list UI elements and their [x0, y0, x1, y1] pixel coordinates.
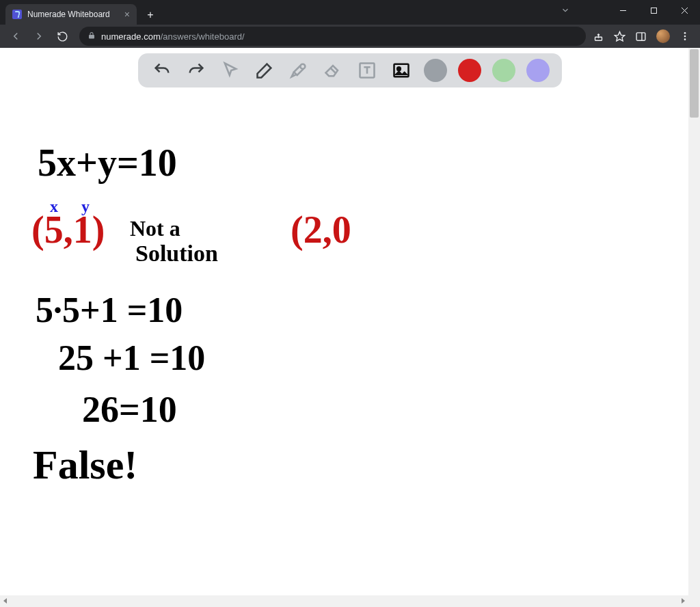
menu-icon[interactable] — [679, 31, 690, 42]
image-tool[interactable] — [390, 59, 413, 82]
back-button[interactable] — [5, 26, 26, 46]
share-icon[interactable] — [593, 31, 604, 42]
new-tab-button[interactable]: + — [141, 5, 160, 25]
svg-point-11 — [300, 64, 305, 69]
undo-button[interactable] — [150, 59, 174, 82]
text-tool[interactable] — [355, 59, 379, 82]
color-green[interactable] — [492, 59, 515, 82]
bookmark-icon[interactable] — [614, 31, 625, 42]
hw-work3: 26=10 — [82, 391, 177, 428]
window-controls — [608, 0, 700, 21]
close-window-button[interactable] — [669, 0, 700, 21]
svg-marker-5 — [615, 31, 624, 40]
color-gray[interactable] — [424, 59, 447, 82]
horizontal-scrollbar[interactable] — [0, 595, 688, 607]
toolbar-actions — [593, 29, 695, 43]
profile-avatar[interactable] — [656, 29, 670, 43]
hw-point1: (5,1) — [31, 211, 105, 249]
pencil-tool[interactable] — [253, 59, 276, 82]
color-purple[interactable] — [526, 59, 550, 82]
svg-point-8 — [684, 32, 686, 34]
hw-conclusion: False! — [33, 444, 137, 485]
scroll-corner — [688, 595, 700, 607]
lock-icon — [88, 31, 96, 42]
redo-button[interactable] — [185, 59, 208, 82]
hw-point2: (2,0 — [291, 211, 351, 249]
maximize-button[interactable] — [638, 0, 669, 21]
svg-point-9 — [684, 36, 686, 38]
page-content: 5x+y=10 x y (5,1) Not a Solution (2,0 5·… — [0, 48, 700, 607]
hw-work2: 25 +1 =10 — [58, 340, 205, 376]
side-panel-icon[interactable] — [635, 31, 647, 42]
eraser-tool[interactable] — [321, 59, 345, 82]
svg-point-15 — [397, 67, 401, 70]
forward-button[interactable] — [29, 26, 49, 46]
whiteboard-toolbar — [138, 53, 562, 87]
url-text: numerade.com/answers/whiteboard/ — [101, 31, 245, 42]
browser-titlebar: Numerade Whiteboard × + — [0, 0, 700, 25]
hw-note-line1: Not a — [130, 217, 180, 239]
svg-rect-1 — [651, 8, 657, 13]
address-bar[interactable]: numerade.com/answers/whiteboard/ — [79, 27, 586, 46]
svg-point-10 — [684, 38, 686, 40]
hw-equation: 5x+y=10 — [38, 144, 177, 182]
tab-favicon — [12, 10, 22, 19]
svg-rect-6 — [636, 32, 645, 40]
tools-button[interactable] — [287, 59, 310, 82]
tab-close-button[interactable]: × — [124, 9, 130, 20]
vertical-scrollbar[interactable] — [688, 48, 700, 595]
reload-button[interactable] — [52, 26, 72, 46]
color-red[interactable] — [458, 59, 481, 82]
minimize-button[interactable] — [608, 0, 638, 21]
tab-list-button[interactable] — [561, 5, 570, 18]
tab-title: Numerade Whiteboard — [27, 10, 119, 19]
browser-toolbar: numerade.com/answers/whiteboard/ — [0, 25, 700, 48]
browser-tab[interactable]: Numerade Whiteboard × — [5, 4, 137, 25]
hw-work1: 5·5+1 =10 — [36, 293, 183, 328]
hw-note-line2: Solution — [135, 242, 218, 265]
pointer-tool[interactable] — [219, 59, 242, 82]
